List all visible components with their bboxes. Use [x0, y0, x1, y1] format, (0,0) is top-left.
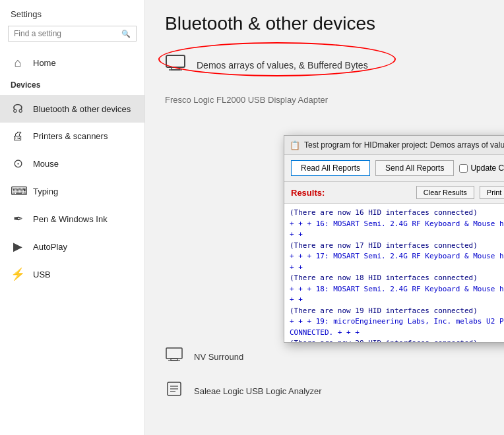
- results-header: Results: Clear Results Print Results Sav…: [284, 182, 504, 204]
- sidebar-item-mouse-label: Mouse: [33, 159, 59, 169]
- sidebar-item-bluetooth-label: Bluetooth & other devices: [33, 104, 131, 114]
- printer-icon: 🖨: [11, 129, 25, 143]
- mouse-icon: ⊙: [11, 156, 25, 171]
- sidebar-item-home-label: Home: [33, 58, 56, 68]
- update-continuously-input[interactable]: [459, 164, 468, 173]
- clear-results-button[interactable]: Clear Results: [416, 186, 474, 199]
- results-label: Results:: [291, 188, 411, 198]
- svg-rect-3: [166, 348, 182, 359]
- nv-surround-icon: [165, 347, 183, 366]
- search-box[interactable]: 🔍: [8, 26, 137, 42]
- bluetooth-icon: ☊: [11, 102, 25, 116]
- dialog-window: 📋 Test program for HIDmaker project: Dem…: [284, 135, 504, 343]
- svg-rect-0: [166, 55, 185, 67]
- sidebar-item-usb[interactable]: ⚡ USB: [0, 260, 144, 288]
- sidebar-item-printers[interactable]: 🖨 Printers & scanners: [0, 123, 144, 150]
- update-continuously-label: Update Continuously: [470, 163, 504, 173]
- sidebar-item-mouse[interactable]: ⊙ Mouse: [0, 150, 144, 177]
- dialog-title-text: Test program for HIDmaker project: Demos…: [304, 140, 504, 150]
- search-input[interactable]: [14, 29, 121, 38]
- dialog-toolbar: Read All Reports Send All Reports Update…: [284, 155, 504, 182]
- sidebar-item-usb-label: USB: [33, 270, 51, 279]
- autoplay-icon: ▶: [11, 239, 25, 254]
- device-icon: [165, 54, 186, 76]
- nv-surround-item: NV Surround: [165, 340, 504, 373]
- sidebar-item-typing-label: Typing: [33, 187, 58, 196]
- nv-surround-label: NV Surround: [194, 352, 243, 362]
- sidebar: Settings 🔍 ⌂ Home Devices ☊ Bluetooth & …: [0, 0, 145, 435]
- print-results-button[interactable]: Print Results: [480, 186, 504, 199]
- main-content: Bluetooth & other devices Demos arrays o…: [145, 0, 504, 435]
- featured-device-label: Demos arrays of values, & Buffered Bytes: [197, 60, 368, 71]
- dialog-title-icon: 📋: [290, 140, 300, 150]
- sidebar-item-pen[interactable]: ✒ Pen & Windows Ink: [0, 205, 144, 233]
- sidebar-item-autoplay-label: AutoPlay: [33, 242, 67, 252]
- pen-icon: ✒: [11, 212, 25, 226]
- update-continuously-checkbox[interactable]: Update Continuously: [459, 163, 504, 173]
- sidebar-item-pen-label: Pen & Windows Ink: [33, 214, 108, 224]
- featured-device-item: Demos arrays of values, & Buffered Bytes: [165, 47, 368, 83]
- sidebar-item-autoplay[interactable]: ▶ AutoPlay: [0, 233, 144, 260]
- sidebar-item-printers-label: Printers & scanners: [33, 131, 108, 141]
- typing-icon: ⌨: [11, 184, 25, 198]
- separator-device: Fresco Logic FL2000 USB Display Adapter: [165, 90, 484, 110]
- app-title: Settings: [0, 0, 144, 26]
- usb-icon: ⚡: [11, 267, 25, 281]
- sidebar-item-home[interactable]: ⌂ Home: [0, 49, 144, 76]
- saleae-item: Saleae Logic USB Logic Analyzer: [165, 373, 504, 409]
- send-all-reports-button[interactable]: Send All Reports: [375, 160, 454, 176]
- sidebar-item-bluetooth[interactable]: ☊ Bluetooth & other devices: [0, 95, 144, 123]
- page-title: Bluetooth & other devices: [165, 13, 484, 34]
- saleae-label: Saleae Logic USB Logic Analyzer: [194, 386, 322, 396]
- read-all-reports-button[interactable]: Read All Reports: [291, 160, 370, 176]
- sidebar-section-devices: Devices: [0, 76, 144, 95]
- sidebar-item-typing[interactable]: ⌨ Typing: [0, 177, 144, 205]
- search-icon: 🔍: [121, 30, 131, 38]
- home-icon: ⌂: [11, 56, 25, 70]
- results-area[interactable]: (There are now 16 HID interfaces connect…: [284, 204, 504, 342]
- bottom-devices: NV Surround Saleae Logic USB Logic Analy…: [165, 340, 504, 409]
- separator-device-label: Fresco Logic FL2000 USB Display Adapter: [165, 95, 328, 105]
- saleae-icon: [165, 380, 183, 402]
- dialog-titlebar: 📋 Test program for HIDmaker project: Dem…: [284, 136, 504, 155]
